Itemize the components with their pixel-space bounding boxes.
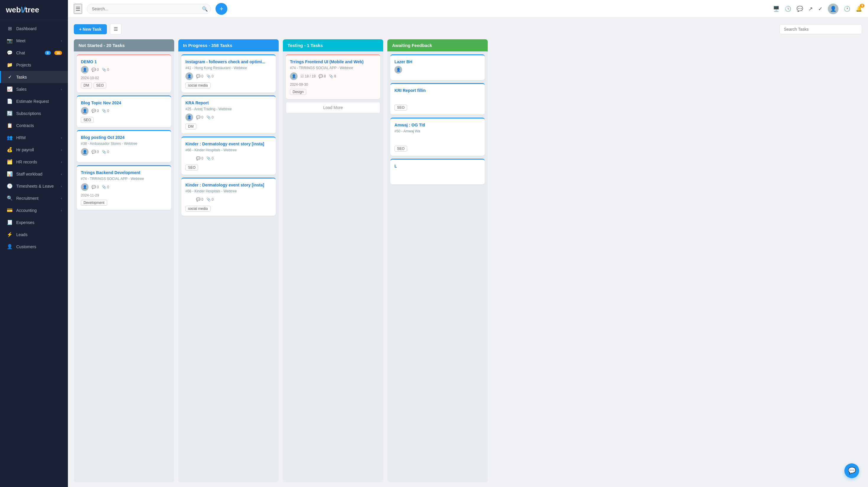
sidebar-item-expenses[interactable]: 🧾 Expenses <box>0 216 68 228</box>
task-title-ip2[interactable]: KRA Report <box>185 101 272 105</box>
task-tags-ip2: DM <box>185 123 272 130</box>
dashboard-nav-label: Dashboard <box>16 26 62 31</box>
task-progress-t1: ☑ 18 / 19 <box>301 74 316 78</box>
chat-icon-top[interactable]: 💬 <box>797 6 803 12</box>
new-task-button[interactable]: + New Task <box>74 24 107 34</box>
menu-toggle-button[interactable]: ☰ <box>74 4 82 14</box>
screen-share-icon[interactable]: 🖥️ <box>773 6 779 12</box>
sidebar-item-chat[interactable]: 💬 Chat016 <box>0 47 68 59</box>
task-tags-c1: DMSEO <box>81 82 167 88</box>
col-header-testing: Testing - 1 Tasks <box>283 39 383 51</box>
task-meta-t1: 👤☑ 18 / 19💬8📎8 <box>290 73 376 80</box>
sidebar-item-projects[interactable]: 📁 Projects <box>0 59 68 71</box>
subscriptions-nav-label: Subscriptions <box>16 111 62 116</box>
task-comments-ip4: 💬0 <box>196 197 204 202</box>
sidebar-item-hrm[interactable]: 👥 HRM‹ <box>0 132 68 144</box>
projects-nav-label: Projects <box>16 63 62 67</box>
kanban-col-testing: Testing - 1 TasksTrrings Frontend UI (Mo… <box>283 39 383 482</box>
check-icon[interactable]: ✓ <box>818 6 823 12</box>
task-title-ip1[interactable]: Instagram - followers check and optimi..… <box>185 59 272 64</box>
timesheets-nav-label: Timesheets & Leave <box>16 184 57 189</box>
staffworkload-chevron: ‹ <box>61 172 62 176</box>
col-body-testing: Trrings Frontend UI (Mobile and Web)#74 … <box>283 51 383 482</box>
sidebar-item-staffworkload[interactable]: 📊 Staff workload‹ <box>0 168 68 180</box>
sidebar-item-meet[interactable]: 📷 Meet‹ <box>0 35 68 47</box>
view-toggle-button[interactable]: ☰ <box>110 24 122 35</box>
task-tags-a2: SEO <box>395 105 480 111</box>
sidebar-item-contracts[interactable]: 📋 Contracts <box>0 119 68 132</box>
sidebar-item-hrrecords[interactable]: 🗂️ HR records‹ <box>0 156 68 168</box>
task-subtitle-t1: #74 - TRRINGS SOCIAL APP - Webtree <box>290 66 376 70</box>
contracts-nav-label: Contracts <box>16 123 62 128</box>
task-card-a3: Amwaj : OG Titl#50 - Amwaj WaSEO <box>390 118 485 156</box>
share-icon[interactable]: ↗ <box>808 6 813 12</box>
kanban-col-not-started: Not Started - 20 TasksDEMO 1👤💬0📎02024-10… <box>74 39 174 482</box>
task-title-a2[interactable]: KRI Report fillin <box>395 88 480 93</box>
sales-chevron: ‹ <box>61 87 62 91</box>
task-title-c3[interactable]: Blog posting Oct 2024 <box>81 135 167 140</box>
task-meta-ip1: 👤💬0📎0 <box>185 73 272 80</box>
global-search-icon[interactable]: 🔍 <box>202 6 208 11</box>
sidebar-item-timesheets[interactable]: 🕒 Timesheets & Leave‹ <box>0 180 68 192</box>
sidebar-item-estimate[interactable]: 📄 Estimate Request <box>0 95 68 107</box>
sidebar-item-customers[interactable]: 👤 Customers <box>0 240 68 253</box>
chat-badge-blue: 0 <box>45 51 51 55</box>
task-title-ip3[interactable]: Kinder : Dermatology event story [insta] <box>185 142 272 146</box>
global-search-input[interactable] <box>87 4 211 14</box>
task-meta-a1: 👤 <box>395 66 480 74</box>
sidebar-item-recruitment[interactable]: 🔍 Recruitment‹ <box>0 192 68 204</box>
float-chat-button[interactable]: 💬 <box>844 463 859 478</box>
col-body-awaiting: Lazer BH👤KRI Report fillinSEOAmwaj : OG … <box>388 51 488 482</box>
add-button[interactable]: + <box>216 3 227 15</box>
sidebar-item-subscriptions[interactable]: 🔄 Subscriptions <box>0 107 68 119</box>
kanban-board: Not Started - 20 TasksDEMO 1👤💬0📎02024-10… <box>74 39 862 487</box>
task-meta-a2 <box>395 94 480 102</box>
task-card-c4: Trrings Backend Development#74 - TRRINGS… <box>77 165 171 210</box>
task-title-c1[interactable]: DEMO 1 <box>81 59 167 64</box>
task-comments-ip3: 💬0 <box>196 156 204 161</box>
notification-badge: 9 <box>860 4 864 8</box>
history-icon[interactable]: 🕓 <box>785 6 791 12</box>
task-avatar-c1: 👤 <box>81 66 89 74</box>
task-card-a1: Lazer BH👤 <box>390 54 485 80</box>
col-header-in-progress: In Progress - 358 Tasks <box>178 39 279 51</box>
task-title-c2[interactable]: Blog Topic Nov 2024 <box>81 101 167 105</box>
task-title-a4[interactable]: L <box>395 164 480 168</box>
task-comments-c4: 💬0 <box>92 185 99 189</box>
task-avatar-ip4 <box>185 196 193 203</box>
task-attachments-c4: 📎0 <box>102 185 109 189</box>
user-avatar[interactable]: 👤 <box>828 4 838 14</box>
task-title-t1[interactable]: Trrings Frontend UI (Mobile and Web) <box>290 59 376 64</box>
sidebar-item-tasks[interactable]: ✓ Tasks <box>0 71 68 83</box>
task-subtitle-a3: #50 - Amwaj Wa <box>395 129 480 133</box>
sidebar-item-hrpayroll[interactable]: 💰 Hr payroll‹ <box>0 144 68 156</box>
main-area: ☰ 🔍 + 🖥️ 🕓 💬 ↗ ✓ 👤 🕐 🔔 9 + New Task <box>68 0 868 487</box>
task-title-ip4[interactable]: Kinder : Dermatology event story [insta] <box>185 183 272 188</box>
task-card-a4: L <box>390 159 485 184</box>
sidebar-item-sales[interactable]: 📈 Sales‹ <box>0 83 68 95</box>
expenses-nav-icon: 🧾 <box>7 220 13 225</box>
clock-icon[interactable]: 🕐 <box>844 6 850 12</box>
task-title-c4[interactable]: Trrings Backend Development <box>81 170 167 175</box>
staffworkload-nav-icon: 📊 <box>7 171 13 177</box>
sidebar-item-dashboard[interactable]: ⊞ Dashboard <box>0 23 68 35</box>
sidebar-item-accounting[interactable]: 💳 Accounting‹ <box>0 204 68 216</box>
notification-icon[interactable]: 🔔 9 <box>856 6 862 12</box>
kanban-col-in-progress: In Progress - 358 TasksInstagram - follo… <box>178 39 279 482</box>
recruitment-nav-label: Recruitment <box>16 196 57 201</box>
task-tags-c4: Development <box>81 200 167 206</box>
task-subtitle-ip2: #25 - Areej Trading - Webtree <box>185 107 272 111</box>
chat-badge-orange: 16 <box>54 51 62 55</box>
sidebar-item-leads[interactable]: ⚡ Leads <box>0 228 68 240</box>
logo-text: web\/tree <box>6 5 39 15</box>
content-toolbar: + New Task ☰ <box>74 24 862 35</box>
task-card-a2: KRI Report fillinSEO <box>390 83 485 115</box>
task-title-a1[interactable]: Lazer BH <box>395 59 480 64</box>
task-attachments-ip3: 📎0 <box>206 156 214 161</box>
task-title-a3[interactable]: Amwaj : OG Titl <box>395 123 480 127</box>
search-tasks-wrap <box>779 24 862 34</box>
load-more-testing[interactable]: Load More <box>286 102 380 113</box>
search-tasks-input[interactable] <box>779 24 862 34</box>
task-attachments-ip1: 📎0 <box>206 74 214 78</box>
hrm-chevron: ‹ <box>61 136 62 140</box>
